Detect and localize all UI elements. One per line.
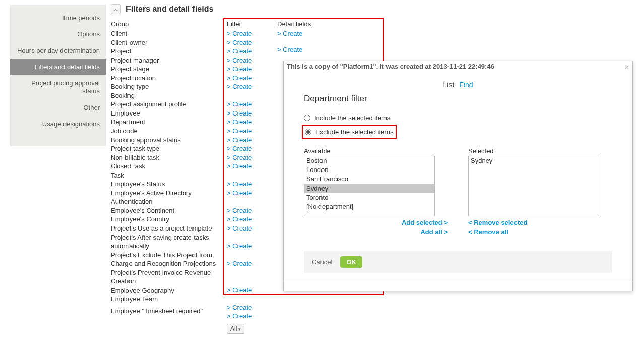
department-filter-modal: This is a copy of "Platform1". It was cr… <box>283 61 633 291</box>
sidebar-item[interactable]: Usage designations <box>10 116 106 132</box>
filter-create-link[interactable]: > Create <box>227 215 277 224</box>
radio-icon <box>305 129 311 135</box>
group-row: Booking approval status <box>111 136 227 145</box>
section-title: Filters and detail fields <box>126 5 213 14</box>
filter-create-link[interactable]: > Create <box>227 303 277 312</box>
sidebar-item[interactable]: Other <box>10 100 106 116</box>
radio-include[interactable]: Include the selected items <box>304 113 612 123</box>
sidebar-item[interactable]: Hours per day determination <box>10 43 106 59</box>
radio-icon <box>304 115 310 121</box>
filter-create-link[interactable]: > Create <box>227 56 277 65</box>
group-row: Department <box>111 118 227 127</box>
radio-exclude-highlight: Exclude the selected items <box>302 125 397 139</box>
group-row: Project <box>111 47 227 56</box>
detail-create-link[interactable]: > Create <box>277 45 378 54</box>
modal-horizontal-scrollbar[interactable] <box>284 282 632 291</box>
filter-create-link[interactable]: > Create <box>227 144 277 153</box>
filter-create-link[interactable]: > Create <box>227 189 277 206</box>
detail-create-link[interactable]: > Create <box>277 29 378 38</box>
filter-column: Filter > Create> Create> Create> Create>… <box>227 20 277 334</box>
available-label: Available <box>304 147 448 155</box>
add-selected-link[interactable]: Add selected > <box>304 218 448 227</box>
filter-create-link[interactable]: > Create <box>227 153 277 162</box>
radio-exclude-label: Exclude the selected items <box>315 128 394 136</box>
group-row: Closed task <box>111 162 227 171</box>
group-row: Project stage <box>111 65 227 74</box>
close-icon[interactable]: × <box>624 63 629 72</box>
timesheet-required-select[interactable]: All <box>227 324 244 334</box>
group-row: Project manager <box>111 56 227 65</box>
filter-create-link[interactable]: > Create <box>227 74 277 83</box>
group-row: Job code <box>111 127 227 136</box>
filter-create-link[interactable]: > Create <box>227 162 277 171</box>
group-column: Group ClientClient ownerProjectProject m… <box>111 20 227 334</box>
filter-create-link[interactable]: > Create <box>227 224 277 242</box>
group-row: Employee's Status <box>111 180 227 189</box>
remove-selected-link[interactable]: < Remove selected <box>468 218 612 227</box>
tab-find[interactable]: Find <box>459 81 473 89</box>
group-row: Employee's Continent <box>111 206 227 215</box>
sidebar-item[interactable]: Filters and detail fields <box>10 59 106 75</box>
group-row: Employee's Active Directory Authenticati… <box>111 189 227 206</box>
list-item[interactable]: Sydney <box>469 156 599 165</box>
group-row: Non-billable task <box>111 153 227 162</box>
filter-create-link[interactable]: > Create <box>227 82 277 91</box>
list-item[interactable]: [No department] <box>304 202 434 211</box>
group-row: Project's Exclude This Project from Char… <box>111 251 227 268</box>
group-header: Group <box>111 20 227 29</box>
filter-create-link[interactable]: > Create <box>227 127 277 136</box>
filter-create-link[interactable]: > Create <box>227 259 277 286</box>
list-item[interactable]: Sydney <box>304 184 434 193</box>
group-row: Project task type <box>111 144 227 153</box>
group-row: Employee's Country <box>111 215 227 224</box>
group-row: Project's Prevent Invoice Revenue Creati… <box>111 268 227 286</box>
filter-create-link[interactable]: > Create <box>227 206 277 215</box>
selected-listbox[interactable]: Sydney <box>468 156 599 216</box>
group-row: Project's After saving create tasks auto… <box>111 233 227 251</box>
list-item[interactable]: London <box>304 165 434 175</box>
filter-create-link[interactable]: > Create <box>227 312 277 321</box>
list-item[interactable]: San Francisco <box>304 175 434 184</box>
collapse-icon[interactable]: ︽ <box>111 4 121 14</box>
detail-header: Detail fields <box>277 20 378 29</box>
ok-button[interactable]: OK <box>340 256 362 268</box>
filter-create-link[interactable]: > Create <box>227 65 277 74</box>
filter-create-link[interactable]: > Create <box>227 136 277 145</box>
radio-include-label: Include the selected items <box>314 114 390 122</box>
group-row: Project's Use as a project template <box>111 224 227 233</box>
sidebar-item[interactable]: Options <box>10 26 106 42</box>
remove-all-link[interactable]: < Remove all <box>468 227 612 237</box>
tab-list[interactable]: List <box>443 81 455 89</box>
available-listbox[interactable]: BostonLondonSan FranciscoSydneyToronto[N… <box>304 156 435 216</box>
group-row: Employee "Timesheet required" <box>111 307 227 316</box>
add-all-link[interactable]: Add all > <box>304 227 448 237</box>
sidebar-item[interactable]: Project pricing approval status <box>10 75 106 100</box>
group-row: Employee Team <box>111 295 227 304</box>
radio-exclude[interactable]: Exclude the selected items <box>305 127 394 137</box>
filter-create-link[interactable]: > Create <box>227 286 277 303</box>
list-item[interactable]: Toronto <box>304 193 434 202</box>
sidebar: Time periodsOptionsHours per day determi… <box>10 5 106 146</box>
group-row: Employee <box>111 109 227 118</box>
group-row: Client <box>111 29 227 38</box>
group-row: Client owner <box>111 38 227 47</box>
filter-create-link[interactable]: > Create <box>227 109 277 118</box>
cancel-button[interactable]: Cancel <box>312 258 332 266</box>
group-row: Project assignment profile <box>111 100 227 109</box>
filter-header: Filter <box>227 20 277 29</box>
modal-title: Department filter <box>304 94 612 104</box>
filter-create-link[interactable]: > Create <box>227 242 277 259</box>
group-row: Employee Geography <box>111 286 227 295</box>
filter-create-link[interactable]: > Create <box>227 180 277 189</box>
filter-create-link[interactable]: > Create <box>227 100 277 109</box>
filter-create-link[interactable]: > Create <box>227 38 277 47</box>
filter-create-link[interactable]: > Create <box>227 29 277 38</box>
group-row: Project location <box>111 74 227 83</box>
filter-create-link[interactable]: > Create <box>227 118 277 127</box>
selected-label: Selected <box>468 147 612 155</box>
sidebar-item[interactable]: Time periods <box>10 10 106 26</box>
filter-create-link[interactable]: > Create <box>227 47 277 56</box>
group-row: Task <box>111 171 227 180</box>
group-row: Booking type <box>111 82 227 91</box>
list-item[interactable]: Boston <box>304 156 434 165</box>
